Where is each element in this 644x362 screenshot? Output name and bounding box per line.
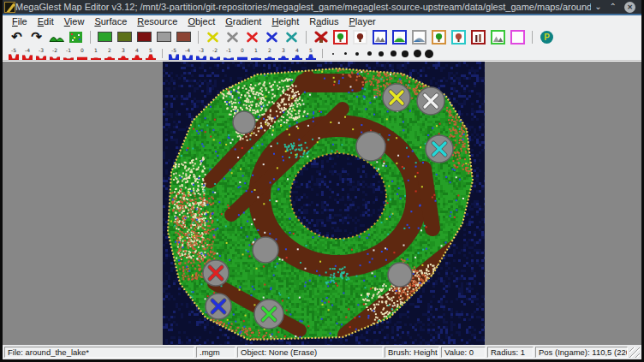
gradient-brush--2-button[interactable]: -2 bbox=[209, 47, 222, 60]
height-brush--2-button[interactable]: -2 bbox=[49, 47, 62, 60]
surface-road-button[interactable] bbox=[135, 28, 153, 45]
status-radius: Radius: 1 bbox=[487, 347, 534, 358]
close-button[interactable]: ✕ bbox=[624, 2, 635, 13]
gradient-brush-2-button[interactable]: 2 bbox=[264, 47, 277, 60]
radius-6-button[interactable] bbox=[387, 48, 399, 60]
surface-secondary-grass-button[interactable] bbox=[116, 28, 134, 45]
resize-grip[interactable] bbox=[629, 347, 640, 358]
height-brush--5-button[interactable]: -5 bbox=[8, 47, 21, 60]
radius-8-button[interactable] bbox=[411, 48, 423, 60]
toolbar-separator bbox=[322, 49, 323, 58]
map-canvas[interactable] bbox=[163, 62, 485, 345]
object-statue-button[interactable] bbox=[469, 28, 487, 45]
status-value: Value: 0 bbox=[441, 347, 486, 358]
object-tree-button[interactable] bbox=[331, 28, 349, 45]
menu-player[interactable]: Player bbox=[343, 16, 380, 27]
radius-3-button[interactable] bbox=[351, 48, 363, 60]
gradient-brush--1-button[interactable]: -1 bbox=[223, 47, 236, 60]
editor-workspace[interactable] bbox=[3, 61, 641, 345]
toolbar-separator bbox=[532, 31, 533, 44]
terrain-hills-icon[interactable] bbox=[47, 28, 65, 45]
resource-custom2-button[interactable] bbox=[263, 28, 281, 45]
radius-5-button[interactable] bbox=[375, 48, 387, 60]
height-brush-5-button[interactable]: 5 bbox=[145, 47, 158, 60]
menu-radius[interactable]: Radius bbox=[304, 16, 343, 27]
radius-7-button[interactable] bbox=[399, 48, 411, 60]
status-object: Object: None (Erase) bbox=[237, 347, 383, 358]
object-big-rock-button[interactable] bbox=[489, 28, 507, 45]
status-brush: Brush: Height bbox=[385, 347, 439, 358]
toolbar-separator bbox=[306, 31, 307, 44]
title-bar: MegaGlest Map Editor v3.12; /mnt/3-parti… bbox=[3, 0, 641, 15]
height-brush-3-button[interactable]: 3 bbox=[117, 47, 130, 60]
radius-1-button[interactable] bbox=[327, 48, 339, 60]
object-invisible-blocking-button[interactable] bbox=[509, 28, 527, 45]
menu-surface[interactable]: Surface bbox=[89, 16, 132, 27]
height-brush-0-button[interactable]: 0 bbox=[76, 47, 89, 60]
status-bar: File: around_the_lake* .mgm Object: None… bbox=[3, 345, 641, 359]
gradient-brush-5-button[interactable]: 5 bbox=[305, 47, 318, 60]
status-file: File: around_the_lake* bbox=[4, 347, 194, 358]
height-brush-4-button[interactable]: 4 bbox=[131, 47, 144, 60]
object-hanged-button[interactable] bbox=[450, 28, 468, 45]
object-big-tree-button[interactable] bbox=[430, 28, 448, 45]
menu-file[interactable]: File bbox=[7, 16, 33, 27]
object-water-object-button[interactable] bbox=[410, 28, 428, 45]
object-erase-button[interactable] bbox=[312, 28, 330, 45]
surface-ground-button[interactable] bbox=[175, 28, 193, 45]
gradient-brush-3-button[interactable]: 3 bbox=[277, 47, 290, 60]
menu-bar: FileEditViewSurfaceResourceObjectGradien… bbox=[3, 15, 641, 27]
menu-gradient[interactable]: Gradient bbox=[220, 16, 266, 27]
toolbar-separator bbox=[162, 49, 163, 58]
radius-4-button[interactable] bbox=[363, 48, 375, 60]
window-title: MegaGlest Map Editor v3.12; /mnt/3-parti… bbox=[15, 2, 591, 12]
gradient-brush-0-button[interactable]: 0 bbox=[236, 47, 249, 60]
height-brush--1-button[interactable]: -1 bbox=[63, 47, 75, 60]
gradient-brush-1-button[interactable]: 1 bbox=[250, 47, 263, 60]
height-brush--3-button[interactable]: -3 bbox=[35, 47, 48, 60]
status-extension: .mgm bbox=[196, 347, 236, 358]
undo-button[interactable]: ↶ bbox=[8, 28, 26, 45]
surface-grass-button[interactable] bbox=[96, 28, 114, 45]
gradient-brush--3-button[interactable]: -3 bbox=[195, 47, 208, 60]
gradient-brush-4-button[interactable]: 4 bbox=[291, 47, 304, 60]
random-heights-button[interactable] bbox=[67, 28, 85, 45]
menu-resource[interactable]: Resource bbox=[132, 16, 182, 27]
menu-edit[interactable]: Edit bbox=[33, 16, 59, 27]
toolbar-separator bbox=[90, 31, 91, 44]
toolbar-separator bbox=[198, 31, 199, 44]
menu-height[interactable]: Height bbox=[266, 16, 304, 27]
resource-custom1-button[interactable] bbox=[243, 28, 261, 45]
height-brush--4-button[interactable]: -4 bbox=[21, 47, 34, 60]
main-toolbar: ↶↷P bbox=[3, 27, 641, 47]
minimize-button[interactable]: ⌄ bbox=[594, 3, 601, 11]
radius-2-button[interactable] bbox=[339, 48, 351, 60]
redo-button[interactable]: ↷ bbox=[27, 28, 45, 45]
surface-stone-button[interactable] bbox=[155, 28, 173, 45]
maximize-button[interactable]: ⌃ bbox=[610, 3, 617, 11]
app-window: MegaGlest Map Editor v3.12; /mnt/3-parti… bbox=[0, 0, 644, 362]
menu-object[interactable]: Object bbox=[182, 16, 220, 27]
radius-9-button[interactable] bbox=[423, 48, 435, 60]
player-button[interactable]: P bbox=[538, 28, 556, 45]
object-bush-button[interactable] bbox=[391, 28, 408, 45]
height-brush-2-button[interactable]: 2 bbox=[104, 47, 116, 60]
status-pos: Pos (Ingame): 110,5 (220,10) bbox=[535, 347, 628, 358]
resource-gold-button[interactable] bbox=[204, 28, 222, 45]
gradient-brush--4-button[interactable]: -4 bbox=[182, 47, 194, 60]
resource-stone-button[interactable] bbox=[224, 28, 242, 45]
menu-view[interactable]: View bbox=[59, 16, 90, 27]
brush-toolbar: -5-4-3-2-1012345-5-4-3-2-1012345 bbox=[3, 47, 641, 61]
resource-custom3-button[interactable] bbox=[283, 28, 301, 45]
gradient-brush--5-button[interactable]: -5 bbox=[168, 47, 181, 60]
object-dead-tree-button[interactable] bbox=[351, 28, 369, 45]
app-icon bbox=[4, 2, 15, 13]
object-stone-button[interactable] bbox=[371, 28, 389, 45]
height-brush-1-button[interactable]: 1 bbox=[90, 47, 103, 60]
